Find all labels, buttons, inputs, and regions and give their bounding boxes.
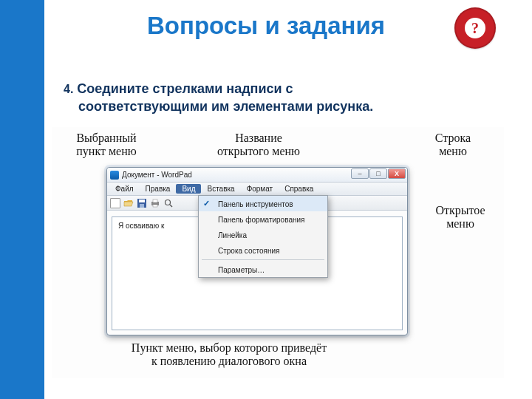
menu-format[interactable]: Формат <box>241 184 279 194</box>
question-text: 4. Соедините стрелками надписи с соответ… <box>64 80 499 116</box>
help-badge: ? <box>454 7 496 49</box>
search-icon[interactable] <box>163 198 174 208</box>
dropdown-item-options[interactable]: Параметры… <box>199 262 327 277</box>
dropdown-item-label: Параметры… <box>218 266 265 274</box>
svg-rect-2 <box>140 204 144 208</box>
svg-rect-5 <box>153 205 157 207</box>
question-line-2: соответствующими им элементами рисунка. <box>64 98 499 115</box>
menu-insert[interactable]: Вставка <box>201 184 240 194</box>
svg-line-7 <box>170 205 172 207</box>
annot-dialog-item: Пункт меню, выбор которого приведётк поя… <box>52 341 406 369</box>
dropdown-item-toolbar[interactable]: ✓ Панель инструментов <box>199 196 327 211</box>
question-mark-icon: ? <box>465 18 485 38</box>
menu-view[interactable]: Вид <box>176 184 201 194</box>
view-dropdown-menu: ✓ Панель инструментов Панель форматирова… <box>198 195 328 278</box>
window-buttons: – □ X <box>351 168 406 179</box>
menu-bar[interactable]: Файл Правка Вид Вставка Формат Справка <box>107 183 407 196</box>
annot-open-menu-title: Названиеоткрытого меню <box>200 132 318 159</box>
dropdown-item-status-bar[interactable]: Строка состояния <box>199 242 327 258</box>
save-icon[interactable] <box>137 198 147 208</box>
slide-title: Вопросы и задания <box>59 12 473 40</box>
dropdown-item-label: Строка состояния <box>218 247 280 255</box>
annot-menu-bar: Строкаменю <box>412 132 494 159</box>
dropdown-separator <box>202 259 324 260</box>
window-title-text: Документ - WordPad <box>122 171 192 179</box>
annot-selected-menu-item: Выбранныйпункт меню <box>62 132 151 159</box>
dropdown-item-ruler[interactable]: Линейка <box>199 227 327 242</box>
app-icon <box>110 171 119 180</box>
question-line-1: Соедините стрелками надписи с <box>77 81 293 96</box>
document-text: Я осваиваю к <box>118 222 164 230</box>
close-button[interactable]: X <box>388 168 406 179</box>
open-file-icon[interactable] <box>123 198 134 208</box>
dropdown-item-format-bar[interactable]: Панель форматирования <box>199 211 327 227</box>
left-accent-bar <box>0 0 44 399</box>
menu-help[interactable]: Справка <box>279 184 319 194</box>
figure-area: Выбранныйпункт меню Названиеоткрытого ме… <box>52 127 504 378</box>
svg-point-6 <box>166 200 171 205</box>
dropdown-item-label: Панель инструментов <box>218 200 293 208</box>
check-icon: ✓ <box>203 199 214 209</box>
print-icon[interactable] <box>150 198 160 208</box>
annot-open-menu: Открытоеменю <box>420 204 501 231</box>
svg-rect-1 <box>139 200 145 202</box>
minimize-button[interactable]: – <box>351 168 369 179</box>
maximize-button[interactable]: □ <box>369 168 387 179</box>
menu-file[interactable]: Файл <box>109 184 140 194</box>
question-number: 4. <box>64 83 73 95</box>
svg-rect-4 <box>153 200 157 202</box>
menu-edit[interactable]: Правка <box>140 184 177 194</box>
dropdown-item-label: Панель форматирования <box>218 216 304 224</box>
dropdown-item-label: Линейка <box>218 231 247 239</box>
new-file-icon[interactable] <box>110 198 120 208</box>
window-titlebar: Документ - WordPad – □ X <box>107 168 407 183</box>
